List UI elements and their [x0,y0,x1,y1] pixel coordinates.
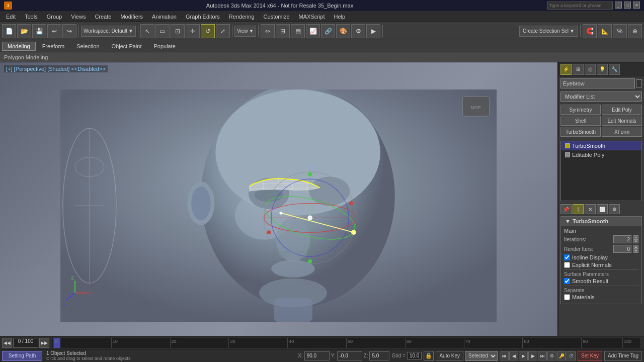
timeline-nav-right[interactable]: ▶▶ [39,338,49,348]
menu-customize[interactable]: Customize [260,13,294,21]
setting-path-button[interactable]: Setting Path [2,351,42,361]
go-to-end-button[interactable]: ⏭ [538,351,547,360]
select-move-button[interactable]: ✛ [186,24,200,38]
menu-rendering[interactable]: Rendering [225,13,259,21]
play-button[interactable]: ▶ [519,351,528,360]
symmetry-button[interactable]: Symmetry [560,105,601,115]
turbosmooth-button[interactable]: TurboSmooth [560,127,601,137]
z-input[interactable] [369,351,389,360]
percent-snap-button[interactable]: % [613,24,627,38]
modifier-list-dropdown[interactable]: Modifier List [560,92,642,102]
add-time-tag-button[interactable]: Add Time Tag [604,351,642,361]
tab-selection[interactable]: Selection [71,42,105,51]
menu-maxscript[interactable]: MAXScript [295,13,329,21]
time-controls-button[interactable]: ⚙ [547,351,556,360]
view-dropdown[interactable]: View ▼ [234,26,256,37]
select-scale-button[interactable]: ⤢ [216,24,230,38]
lock-button[interactable]: 🔒 [424,351,434,361]
material-editor-button[interactable]: 🎨 [336,24,350,38]
stack-item-editable-poly[interactable]: Editable Poly [561,150,641,159]
go-to-start-button[interactable]: ⏮ [500,351,509,360]
menu-graph-editors[interactable]: Graph Editors [182,13,224,21]
tab-populate[interactable]: Populate [148,42,181,51]
xform-button[interactable]: XForm [602,127,642,137]
snap-toolbar-button[interactable]: 🧲 [583,24,597,38]
select-region-button[interactable]: ▭ [155,24,170,38]
shell-button[interactable]: Shell [560,116,601,126]
viewport[interactable]: [+] [Perspective] [Shaded] <<Disabled>> [0,62,558,336]
minimize-button[interactable]: _ [615,2,622,9]
hierarchy-panel-icon[interactable]: ⊞ [573,64,584,75]
edit-poly-button[interactable]: Edit Poly [602,105,642,115]
materials-checkbox[interactable] [564,294,570,300]
iterations-down-button[interactable]: ▼ [633,239,638,243]
x-input[interactable] [304,351,330,360]
curve-editor-button[interactable]: 📈 [306,24,320,38]
tab-object-paint[interactable]: Object Paint [106,42,147,51]
set-key-button[interactable]: Set Key [578,351,602,361]
render-button[interactable]: ▶ [366,24,380,38]
render-setup-button[interactable]: ⚙ [351,24,365,38]
motion-panel-icon[interactable]: ◎ [585,64,596,75]
workspace-dropdown[interactable]: Workspace: Default ▼ [81,26,136,37]
stack-item-turbosmooth[interactable]: TurboSmooth [561,141,641,150]
show-end-result-button[interactable]: | [573,204,584,214]
next-frame-button[interactable]: ▶ [528,351,537,360]
select-rotate-button[interactable]: ↺ [201,24,215,38]
smooth-result-checkbox[interactable] [564,278,570,284]
edit-normals-button[interactable]: Edit Normals [602,116,642,126]
menu-help[interactable]: Help [330,13,350,21]
menu-animation[interactable]: Animation [148,13,181,21]
new-file-button[interactable]: 📄 [2,24,16,38]
pin-stack-button[interactable]: 📌 [560,204,572,214]
iterations-input[interactable] [613,235,631,243]
menu-edit[interactable]: Edit [2,13,20,21]
redo-button[interactable]: ↪ [62,24,76,38]
maximize-button[interactable]: □ [624,2,631,9]
modify-panel-icon[interactable]: ⚡ [560,64,572,75]
collapse-all-button[interactable]: ⬜ [597,204,608,214]
y-input[interactable] [337,351,362,360]
object-color-swatch[interactable] [636,79,642,87]
search-input[interactable] [547,2,613,10]
render-iters-down-button[interactable]: ▼ [633,249,638,253]
mirror-button[interactable]: ⇔ [261,24,275,38]
tab-freeform[interactable]: Freeform [37,42,70,51]
configure-sets-button[interactable]: ⚙ [609,204,620,214]
menu-tools[interactable]: Tools [21,13,42,21]
select-object-button[interactable]: ↖ [140,24,154,38]
save-file-button[interactable]: 💾 [32,24,46,38]
time-config-button[interactable]: ⏱ [567,351,576,360]
angle-snap-button[interactable]: 📐 [598,24,612,38]
isoline-checkbox[interactable] [564,254,570,260]
menu-modifiers[interactable]: Modifiers [116,13,147,21]
layer-manager-button[interactable]: ▤ [291,24,305,38]
open-file-button[interactable]: 📂 [17,24,31,38]
iterations-up-button[interactable]: ▲ [633,235,638,239]
close-button[interactable]: ✕ [633,2,640,9]
time-track[interactable]: 0 10 20 30 40 50 60 70 80 90 100 [52,338,640,348]
schematic-button[interactable]: 🔗 [321,24,335,38]
utilities-panel-icon[interactable]: 🔧 [609,64,620,75]
remove-modifier-button[interactable]: ✕ [585,204,596,214]
explicit-normals-checkbox[interactable] [564,262,570,268]
menu-views[interactable]: Views [67,13,90,21]
create-selection-button[interactable]: Create Selection Sel ▼ [519,26,578,37]
previous-frame-button[interactable]: ◀ [509,351,518,360]
align-button[interactable]: ⊟ [276,24,290,38]
display-panel-icon[interactable]: 💡 [597,64,608,75]
key-mode-button[interactable]: 🔑 [557,351,566,360]
key-mode-dropdown[interactable]: Selected [465,351,498,361]
turbosmooth-header[interactable]: ▼ TurboSmooth [561,217,641,226]
object-name-input[interactable] [560,78,635,88]
render-iters-input[interactable] [613,245,631,253]
menu-create[interactable]: Create [91,13,115,21]
render-iters-up-button[interactable]: ▲ [633,245,638,249]
window-crossing-button[interactable]: ⊡ [171,24,185,38]
auto-key-button[interactable]: Auto Key [436,351,463,361]
tab-modeling[interactable]: Modeling [2,42,36,51]
timeline-nav-left[interactable]: ◀◀ [2,338,12,348]
spinner-snap-button[interactable]: ⊕ [628,24,642,38]
turbosmooth-collapse-icon[interactable]: ▼ [565,218,571,224]
undo-button[interactable]: ↩ [47,24,61,38]
